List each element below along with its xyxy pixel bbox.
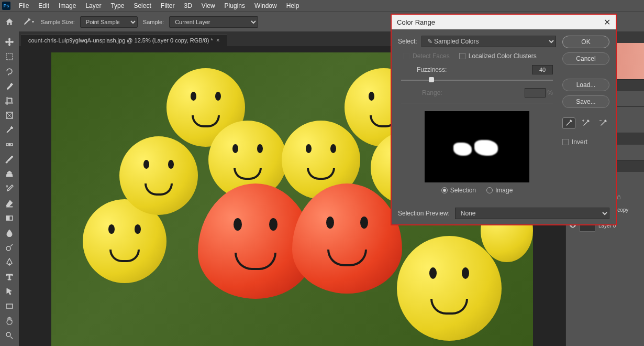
range-label: Range: xyxy=(422,89,442,96)
type-tool[interactable] xyxy=(2,271,17,283)
menu-bar: Ps File Edit Image Layer Type Select Fil… xyxy=(0,0,644,12)
hand-tool[interactable] xyxy=(2,315,17,327)
document-tab-title: count-chris-Luip9yglwqA-unsplash.jpg @ 1… xyxy=(28,37,213,44)
color-range-dialog: Color Range ✕ Select: ✎ Sampled Colors D… xyxy=(391,14,617,225)
detect-faces-label: Detect Faces xyxy=(413,52,450,60)
dialog-title-text: Color Range xyxy=(397,18,435,26)
image-radio[interactable]: Image xyxy=(486,187,513,194)
pen-tool[interactable] xyxy=(2,256,17,268)
menu-filter[interactable]: Filter xyxy=(157,1,179,10)
brush-tool[interactable] xyxy=(2,153,17,166)
eraser-tool[interactable] xyxy=(2,197,17,210)
svg-rect-6 xyxy=(6,304,13,308)
app-logo: Ps xyxy=(2,2,10,10)
cancel-button[interactable]: Cancel xyxy=(562,52,609,65)
menu-window[interactable]: Window xyxy=(250,1,281,10)
menu-view[interactable]: View xyxy=(197,1,219,10)
menu-layer[interactable]: Layer xyxy=(81,1,105,10)
menu-edit[interactable]: Edit xyxy=(34,1,53,10)
svg-rect-11 xyxy=(617,197,620,199)
crop-tool[interactable] xyxy=(2,94,17,107)
selection-radio[interactable]: Selection xyxy=(441,187,476,194)
range-input xyxy=(525,88,546,98)
selection-preview-dropdown[interactable]: None xyxy=(455,208,609,219)
close-tab-icon[interactable]: × xyxy=(216,37,220,44)
save-button[interactable]: Save... xyxy=(562,95,609,108)
eyedropper-tool[interactable] xyxy=(2,124,17,136)
frame-tool[interactable] xyxy=(2,109,17,122)
range-unit: % xyxy=(547,89,553,96)
path-selection-tool[interactable] xyxy=(2,285,17,298)
menu-3d[interactable]: 3D xyxy=(180,1,196,10)
marquee-tool[interactable] xyxy=(2,50,17,63)
rectangle-tool[interactable] xyxy=(2,300,17,312)
eyedropper-subtract-icon[interactable] xyxy=(596,117,609,129)
menu-image[interactable]: Image xyxy=(54,1,80,10)
select-label: Select: xyxy=(398,38,417,45)
selection-preview-label: Selection Preview: xyxy=(398,210,450,217)
select-mode-dropdown[interactable]: ✎ Sampled Colors xyxy=(421,36,556,47)
svg-rect-0 xyxy=(6,53,13,60)
ok-button[interactable]: OK xyxy=(562,36,609,48)
selection-preview-image[interactable] xyxy=(425,111,529,182)
healing-brush-tool[interactable] xyxy=(2,138,17,151)
svg-rect-4 xyxy=(6,216,9,220)
clone-stamp-tool[interactable] xyxy=(2,168,17,180)
localized-clusters-label: Localized Color Clusters xyxy=(469,52,537,60)
menu-file[interactable]: File xyxy=(15,1,33,10)
gradient-tool[interactable] xyxy=(2,212,17,224)
home-icon[interactable] xyxy=(4,17,15,27)
menu-type[interactable]: Type xyxy=(106,1,128,10)
document-tab[interactable]: count-chris-Luip9yglwqA-unsplash.jpg @ 1… xyxy=(21,34,227,46)
sample-size-select[interactable]: Point Sample xyxy=(80,16,138,28)
fuzziness-slider[interactable] xyxy=(401,80,553,81)
detect-faces-checkbox xyxy=(403,53,409,59)
history-brush-tool[interactable] xyxy=(2,182,17,195)
magic-wand-tool[interactable] xyxy=(2,80,17,92)
menu-help[interactable]: Help xyxy=(282,1,304,10)
sample-select[interactable]: Current Layer xyxy=(169,16,258,28)
zoom-tool[interactable] xyxy=(2,329,17,342)
tool-panel xyxy=(0,31,19,346)
load-button[interactable]: Load... xyxy=(562,79,609,91)
menu-select[interactable]: Select xyxy=(129,1,155,10)
fuzziness-input[interactable] xyxy=(532,65,553,74)
menu-plugins[interactable]: Plugins xyxy=(220,1,249,10)
blur-tool[interactable] xyxy=(2,226,17,239)
lasso-tool[interactable] xyxy=(2,65,17,78)
svg-point-7 xyxy=(6,332,10,337)
fuzziness-label: Fuzziness: xyxy=(417,66,447,73)
invert-checkbox[interactable]: Invert xyxy=(562,138,609,146)
close-icon[interactable]: ✕ xyxy=(604,17,610,27)
move-tool[interactable] xyxy=(2,36,17,48)
lock-all-icon[interactable] xyxy=(616,194,621,200)
eyedropper-add-icon[interactable] xyxy=(580,117,593,129)
sample-size-label: Sample Size: xyxy=(41,19,75,25)
tool-preset-eyedropper[interactable]: ▾ xyxy=(20,16,36,28)
dodge-tool[interactable] xyxy=(2,241,17,254)
sample-label: Sample: xyxy=(143,19,164,25)
range-slider xyxy=(401,103,553,104)
eyedropper-sample-icon[interactable] xyxy=(562,117,575,129)
svg-point-5 xyxy=(6,246,10,251)
dialog-titlebar[interactable]: Color Range ✕ xyxy=(392,15,616,29)
localized-clusters-checkbox[interactable] xyxy=(459,53,465,59)
